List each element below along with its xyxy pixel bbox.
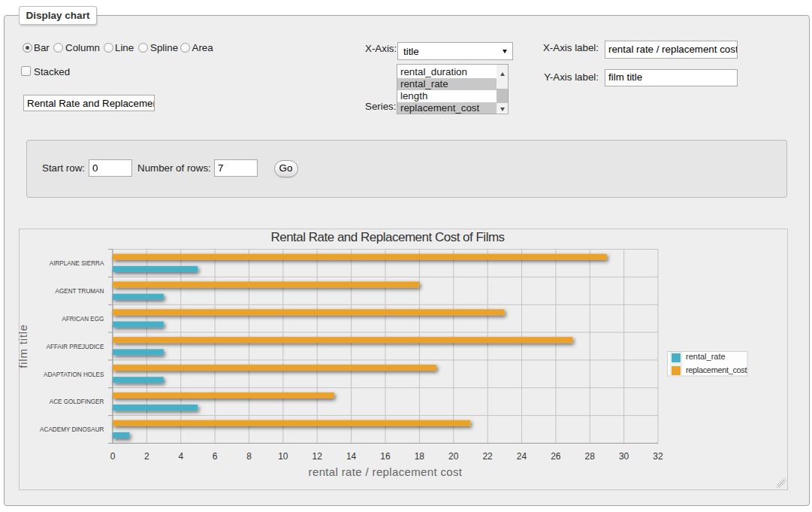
svg-text:20: 20 <box>448 451 459 462</box>
svg-text:4: 4 <box>178 451 183 462</box>
svg-text:8: 8 <box>246 451 252 462</box>
svg-text:14: 14 <box>346 451 357 462</box>
svg-text:10: 10 <box>278 451 288 462</box>
svg-text:rental_rate: rental_rate <box>686 352 726 361</box>
svg-text:ACADEMY DINOSAUR: ACADEMY DINOSAUR <box>40 426 104 433</box>
svg-text:ACE GOLDFINGER: ACE GOLDFINGER <box>50 398 104 405</box>
svg-text:Rental Rate and Replacement Co: Rental Rate and Replacement Cost of Film… <box>270 230 504 244</box>
svg-text:22: 22 <box>482 451 493 462</box>
svg-text:6: 6 <box>213 451 218 462</box>
svg-text:AGENT TRUMAN: AGENT TRUMAN <box>56 287 104 295</box>
svg-text:AIRPLANE SIERRA: AIRPLANE SIERRA <box>50 259 104 267</box>
svg-text:ADAPTATION HOLES: ADAPTATION HOLES <box>44 371 104 378</box>
svg-text:replacement_cost: replacement_cost <box>686 365 747 374</box>
svg-text:26: 26 <box>551 451 561 462</box>
svg-text:AFRICAN EGG: AFRICAN EGG <box>62 315 104 323</box>
svg-text:rental rate / replacement cost: rental rate / replacement cost <box>309 465 463 478</box>
svg-text:32: 32 <box>653 451 663 462</box>
svg-text:AFFAIR PREJUDICE: AFFAIR PREJUDICE <box>47 343 104 350</box>
svg-text:2: 2 <box>144 451 149 462</box>
svg-text:12: 12 <box>312 451 323 462</box>
svg-text:24: 24 <box>517 451 527 462</box>
svg-text:0: 0 <box>110 451 116 462</box>
svg-text:30: 30 <box>619 451 629 462</box>
svg-text:film title: film title <box>17 324 29 368</box>
svg-text:18: 18 <box>415 451 425 462</box>
svg-text:28: 28 <box>585 451 596 462</box>
svg-text:16: 16 <box>380 451 391 462</box>
